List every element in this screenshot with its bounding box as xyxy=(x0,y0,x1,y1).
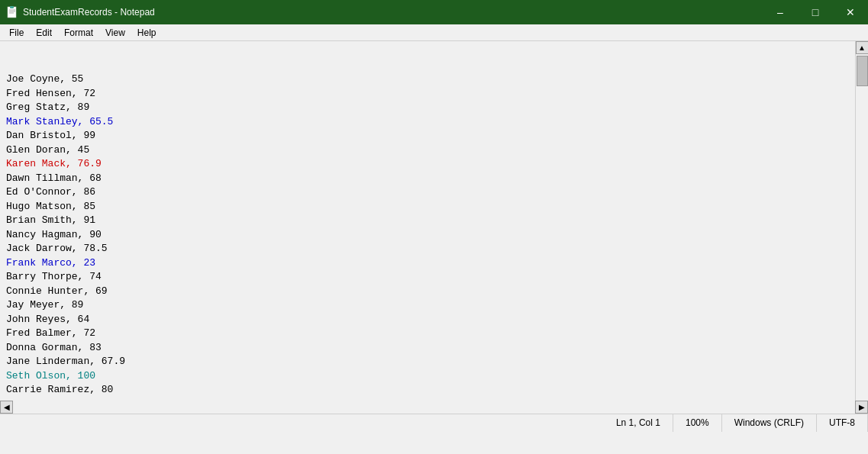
editor-line-6: Glen Doran, 45 xyxy=(6,143,849,158)
statusbar-zoom: 100% xyxy=(673,414,722,432)
minimize-button[interactable]: – xyxy=(763,0,798,24)
editor-line-12: Nancy Hagman, 90 xyxy=(6,228,849,243)
svg-rect-0 xyxy=(8,7,16,18)
scroll-left-arrow[interactable]: ◀ xyxy=(0,401,13,414)
editor-line-8: Dawn Tillman, 68 xyxy=(6,172,849,186)
titlebar-left: StudentExamRecords - Notepad xyxy=(6,6,155,18)
editor-line-22: Seth Olson, 100 xyxy=(6,369,849,384)
scroll-thumb[interactable] xyxy=(857,56,868,86)
editor-line-2: Fred Hensen, 72 xyxy=(6,87,849,101)
statusbar-line-ending: Windows (CRLF) xyxy=(722,414,817,432)
scroll-right-arrow[interactable]: ▶ xyxy=(855,401,868,414)
menubar: FileEditFormatViewHelp xyxy=(0,24,868,41)
titlebar-title: StudentExamRecords - Notepad xyxy=(23,7,155,18)
editor-line-11: Brian Smith, 91 xyxy=(6,214,849,228)
editor-line-15: Barry Thorpe, 74 xyxy=(6,270,849,285)
editor-line-18: John Reyes, 64 xyxy=(6,313,849,327)
svg-rect-1 xyxy=(10,6,14,8)
editor-line-14: Frank Marco, 23 xyxy=(6,256,849,271)
editor-line-9: Ed O'Connor, 86 xyxy=(6,185,849,200)
editor-line-17: Jay Meyer, 89 xyxy=(6,298,849,313)
maximize-button[interactable]: □ xyxy=(798,0,833,24)
close-button[interactable]: ✕ xyxy=(833,0,868,24)
statusbar: Ln 1, Col 1 100% Windows (CRLF) UTF-8 xyxy=(0,414,868,432)
editor-line-13: Jack Darrow, 78.5 xyxy=(6,242,849,256)
editor-line-10: Hugo Matson, 85 xyxy=(6,200,849,214)
menu-item-view[interactable]: View xyxy=(99,24,131,40)
menu-item-file[interactable]: File xyxy=(3,24,30,40)
horizontal-scrollbar[interactable]: ◀ ▶ xyxy=(0,401,868,414)
editor-content[interactable]: Joe Coyne, 55Fred Hensen, 72Greg Statz, … xyxy=(0,41,855,401)
notepad-app-icon xyxy=(6,6,18,18)
editor-line-5: Dan Bristol, 99 xyxy=(6,129,849,143)
editor-line-4: Mark Stanley, 65.5 xyxy=(6,115,849,130)
editor-line-3: Greg Statz, 89 xyxy=(6,101,849,115)
titlebar: StudentExamRecords - Notepad – □ ✕ xyxy=(0,0,868,24)
menu-item-edit[interactable]: Edit xyxy=(30,24,58,40)
statusbar-encoding: UTF-8 xyxy=(817,414,868,432)
menu-item-help[interactable]: Help xyxy=(131,24,163,40)
editor-line-21: Jane Linderman, 67.9 xyxy=(6,355,849,369)
editor-line-1: Joe Coyne, 55 xyxy=(6,72,849,87)
editor-line-16: Connie Hunter, 69 xyxy=(6,285,849,299)
editor-line-7: Karen Mack, 76.9 xyxy=(6,157,849,172)
titlebar-controls: – □ ✕ xyxy=(763,0,868,24)
editor-line-19: Fred Balmer, 72 xyxy=(6,327,849,341)
scroll-up-arrow[interactable]: ▲ xyxy=(856,41,869,54)
hscroll-track[interactable] xyxy=(13,401,855,414)
editor-line-20: Donna Gorman, 83 xyxy=(6,341,849,356)
menu-item-format[interactable]: Format xyxy=(58,24,99,40)
editor-wrapper: Joe Coyne, 55Fred Hensen, 72Greg Statz, … xyxy=(0,41,868,401)
editor-line-23: Carrie Ramirez, 80 xyxy=(6,383,849,398)
statusbar-position: Ln 1, Col 1 xyxy=(604,414,673,432)
vertical-scrollbar[interactable]: ▲ xyxy=(855,41,868,401)
